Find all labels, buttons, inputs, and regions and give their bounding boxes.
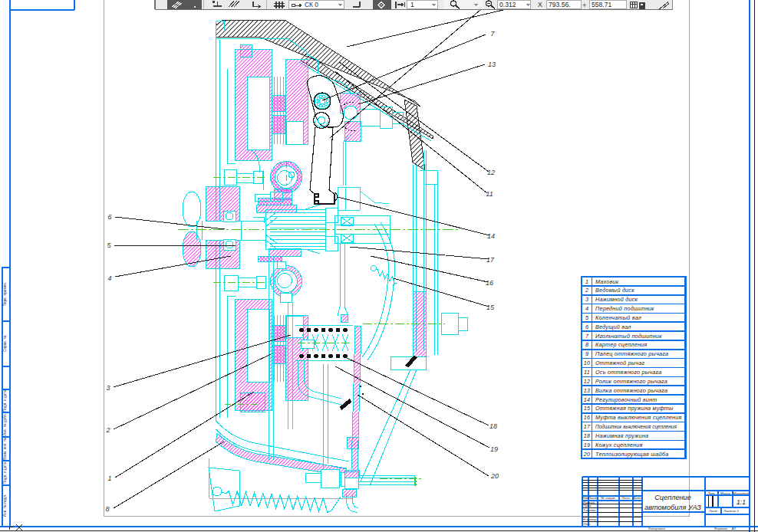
svg-text:X: X [538,1,542,8]
svg-text:8: 8 [585,341,588,348]
svg-text:Утв.: Утв. [583,522,591,526]
svg-text:Масштаб: Масштаб [733,491,750,495]
svg-text:10: 10 [584,360,591,366]
svg-text:Игольчатый подшипник: Игольчатый подшипник [595,333,662,340]
svg-text:20: 20 [583,451,591,458]
svg-text:Ось оттяжного рычага: Ось оттяжного рычага [595,369,662,376]
svg-text:18: 18 [584,432,591,439]
svg-text:0.312: 0.312 [499,1,516,8]
svg-text:Подп. и дата: Подп. и дата [3,390,7,412]
svg-text:13: 13 [584,387,591,394]
svg-text:793.56.: 793.56. [549,1,571,8]
svg-text:11: 11 [486,190,493,198]
svg-text:Коленчатый вал: Коленчатый вал [595,314,641,321]
svg-text:Вилка оттяжного рычага: Вилка оттяжного рычага [595,387,667,394]
svg-text:Ролик оттяжного рычага: Ролик оттяжного рычага [595,378,667,385]
svg-text:Ведомый диск: Ведомый диск [595,287,634,294]
svg-text:Т.контр.: Т.контр. [583,508,597,512]
svg-text:4: 4 [107,274,111,282]
svg-text:Подп.: Подп. [621,496,631,500]
svg-text:Оттяжная пружина муфты: Оттяжная пружина муфты [595,405,674,412]
svg-text:Пров.: Пров. [583,504,592,507]
svg-text:17: 17 [486,256,495,264]
svg-text:Кожух сцепления: Кожух сцепления [595,442,643,448]
svg-text:15: 15 [584,405,591,412]
svg-text:+: + [582,1,587,9]
svg-text:18: 18 [489,422,497,430]
svg-text:Инв. № дубл.: Инв. № дубл. [3,413,7,436]
svg-text:2: 2 [585,287,588,294]
svg-text:558.71: 558.71 [592,1,612,8]
svg-text:№ докум.: № докум. [601,496,615,500]
svg-text:Картер сцепления: Картер сцепления [595,341,648,348]
svg-text:1: 1 [410,1,414,8]
svg-text:Нажимная пружина: Нажимная пружина [595,432,648,439]
svg-text:20: 20 [490,472,499,480]
svg-text:Оттяжной рычаг: Оттяжной рычаг [595,360,644,366]
svg-text:3: 3 [106,384,110,392]
svg-text:1: 1 [107,475,111,482]
svg-text:19: 19 [584,442,591,448]
svg-text:Нажимной диск: Нажимной диск [595,296,638,303]
svg-text:19: 19 [490,445,498,453]
svg-text:9: 9 [585,350,588,357]
svg-text:3: 3 [585,296,588,303]
svg-text:Муфта выключения сцепления: Муфта выключения сцепления [595,414,682,421]
svg-text:Регулировочный винт: Регулировочный винт [595,396,657,403]
svg-text:Масса: Масса [720,491,731,495]
svg-text:Теплоизолирующая шайба: Теплоизолирующая шайба [595,451,669,458]
svg-text:11: 11 [584,369,590,376]
svg-text:Справ. №: Справ. № [3,335,7,352]
svg-text:1: 1 [585,278,588,285]
svg-text:2: 2 [105,426,110,434]
svg-text:7: 7 [490,30,495,38]
svg-text:8: 8 [105,505,109,513]
svg-text:12: 12 [487,169,495,176]
svg-text:автомобиля УАЗ: автомобиля УАЗ [644,504,701,511]
svg-text:Палец оттяжного рычага: Палец оттяжного рычага [595,350,668,357]
svg-text:Сцепление: Сцепление [654,494,691,501]
svg-text:16: 16 [486,279,493,287]
svg-text:5: 5 [107,241,111,249]
svg-text:6: 6 [107,213,111,221]
svg-text:Подп. и дата: Подп. и дата [3,462,7,484]
svg-text:Лит.: Лит. [707,491,715,495]
svg-text:Ведущий вал: Ведущий вал [595,323,631,330]
svg-text:Лист: Лист [708,509,718,513]
svg-text:Маховик: Маховик [595,278,619,285]
svg-text:13: 13 [488,61,496,68]
svg-text:Дата: Дата [632,496,642,500]
svg-text:15: 15 [486,304,495,311]
svg-text:14: 14 [584,396,591,403]
svg-text:Формат: Формат [714,527,728,530]
svg-text:6: 6 [585,323,588,330]
svg-text:А1: А1 [731,527,737,530]
svg-text:1:1: 1:1 [737,498,746,506]
svg-text:5: 5 [585,314,589,321]
svg-text:Передний подшипник: Передний подшипник [595,305,654,312]
svg-text:Инв. № подл.: Инв. № подл. [3,494,7,517]
svg-text:7: 7 [585,333,589,340]
svg-text:16: 16 [584,414,591,421]
svg-text:СК 0: СК 0 [305,1,318,8]
svg-text:Перв. примен.: Перв. примен. [3,282,7,307]
svg-text:17: 17 [584,423,591,430]
svg-text:4: 4 [585,305,588,312]
svg-text:Взам. инв. №: Взам. инв. № [3,438,7,461]
svg-text:12: 12 [584,378,591,385]
svg-text:14: 14 [487,232,495,240]
svg-text:Листов 1: Листов 1 [723,509,739,513]
svg-text:Н.контр.: Н.контр. [583,517,598,521]
svg-text:Копировал: Копировал [648,527,665,530]
svg-text:Подшипник выключения сцепления: Подшипник выключения сцепления [595,424,677,430]
